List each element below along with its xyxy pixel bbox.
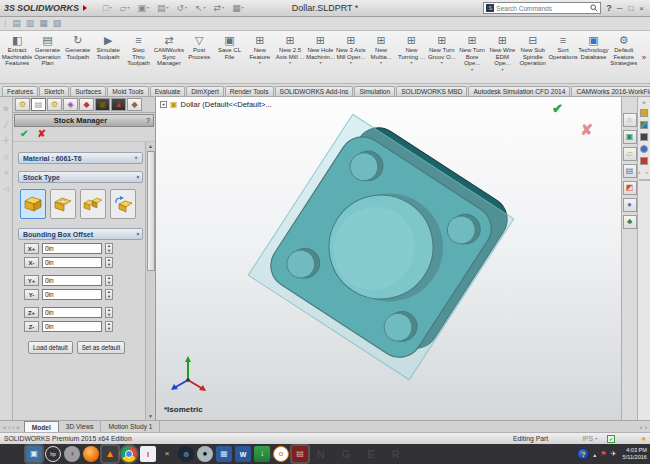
snap-icon[interactable]: ⊕ <box>3 105 9 112</box>
steam-icon[interactable]: ◎ <box>178 446 194 462</box>
custom-properties-icon[interactable]: ♣ <box>623 215 637 229</box>
rebuild-button[interactable]: ⇄▾ <box>214 4 225 13</box>
close-button[interactable]: × <box>639 4 646 13</box>
tab-surfaces[interactable]: Surfaces <box>70 86 106 96</box>
line-tool-icon[interactable]: ╱ <box>4 121 8 128</box>
pane-tree-item-icon[interactable] <box>640 133 648 141</box>
y-plus-input[interactable] <box>42 275 102 286</box>
graphics-viewport[interactable]: + ▣ Dollar (Default<<Default>... ✔ ✘ *Is… <box>156 97 621 420</box>
appearances-icon[interactable]: ● <box>623 198 637 212</box>
pane-right-icon[interactable]: › <box>645 424 647 430</box>
word-icon[interactable]: W <box>235 446 251 462</box>
tray-flag-icon[interactable]: ⚑ <box>600 450 606 458</box>
material-group[interactable]: Material : 6061-T6 » <box>18 152 143 164</box>
taskbar-clock[interactable]: 4:03 PM 5/11/2016 <box>623 447 647 461</box>
search-input[interactable] <box>496 5 588 12</box>
tab-solidworks-addins[interactable]: SOLIDWORKS Add-Ins <box>275 86 354 96</box>
chrome-icon[interactable] <box>121 446 137 462</box>
y-minus-stepper[interactable]: ▲▼ <box>105 289 113 300</box>
camworks-tools-tab[interactable]: ◆ <box>127 98 142 111</box>
new-feature-button[interactable]: ⊞New Feature▾ <box>245 32 275 83</box>
propertymanager-tab[interactable]: ▤ <box>31 98 46 111</box>
photo-viewer-icon[interactable]: ▣ <box>26 446 42 462</box>
mini-tool-1-icon[interactable]: ▤ <box>12 19 21 28</box>
ribbon-overflow-button[interactable]: » <box>639 32 649 83</box>
x-plus-button[interactable]: X+ <box>24 243 39 254</box>
dismiss-x-icon[interactable]: ✘ <box>580 121 593 139</box>
scroll-down-icon[interactable]: ▼ <box>148 412 153 420</box>
default-feature-strategies-button[interactable]: ⚙Default Feature Strategies <box>609 32 639 83</box>
dropdown-icon[interactable]: ▾ <box>319 61 321 65</box>
dropdown-icon[interactable]: ▾ <box>380 61 382 65</box>
extract-machinable-features-button[interactable]: ◧Extract Machinable Features <box>2 32 32 83</box>
tab-dimxpert[interactable]: DimXpert <box>186 86 223 96</box>
dimxpertmanager-tab[interactable]: ◈ <box>63 98 78 111</box>
generate-toolpath-button[interactable]: ↻Generate Toolpath <box>63 32 93 83</box>
z-plus-button[interactable]: Z+ <box>24 307 39 318</box>
help-center-icon[interactable]: ? <box>577 448 589 460</box>
tab-scroll-last-icon[interactable]: » <box>16 424 19 430</box>
x-plus-stepper[interactable]: ▲▼ <box>105 243 113 254</box>
y-plus-stepper[interactable]: ▲▼ <box>105 275 113 286</box>
new-3-axis-mill-button[interactable]: ⊞New 3 Axis Mill Oper...▾ <box>336 32 366 83</box>
bbox-header[interactable]: Bounding Box Offset » <box>18 228 143 240</box>
collapse-chevron-icon[interactable]: » <box>133 175 139 178</box>
pane-tree-item-icon[interactable] <box>640 157 648 165</box>
save-cl-file-button[interactable]: ▣Save CL File <box>214 32 244 83</box>
tab-evaluate[interactable]: Evaluate <box>150 86 186 96</box>
help-button[interactable]: ? <box>606 3 612 13</box>
pane-scroll-arrows[interactable]: ‹ › <box>638 169 650 175</box>
load-default-button[interactable]: Load default <box>28 341 73 354</box>
download-manager-icon[interactable]: ↓ <box>254 446 270 462</box>
collapse-chevron-icon[interactable]: » <box>133 232 139 235</box>
unit-system-dropdown[interactable]: IPS ▾ <box>582 435 597 442</box>
dropdown-icon[interactable]: ▾ <box>410 61 412 65</box>
new-hole-machining-button[interactable]: ⊞New Hole Machinin...▾ <box>305 32 335 83</box>
messenger-icon[interactable]: ● <box>197 446 213 462</box>
new-document-button[interactable]: □▾ <box>103 4 111 13</box>
new-wire-edm-button[interactable]: ⊞New Wire EDM Ope...▾ <box>487 32 517 83</box>
z-plus-stepper[interactable]: ▲▼ <box>105 307 113 318</box>
pane-pin-icon[interactable]: « <box>642 99 645 105</box>
part-3d-model[interactable] <box>156 97 621 420</box>
confirm-check-icon[interactable]: ✔ <box>552 101 563 116</box>
y-minus-input[interactable] <box>42 289 102 300</box>
x-plus-input[interactable] <box>42 243 102 254</box>
tab-autodesk-simulation[interactable]: Autodesk Simulation CFD 2014 <box>468 86 570 96</box>
restore-button[interactable]: □ <box>628 4 635 13</box>
firefox-icon[interactable] <box>83 446 99 462</box>
panel-scrollbar[interactable]: ▲ ▼ <box>145 142 155 420</box>
stock-type-header[interactable]: Stock Type » <box>18 171 143 183</box>
tab-motion-study[interactable]: Motion Study 1 <box>101 421 160 432</box>
tab-sketch[interactable]: Sketch <box>39 86 69 96</box>
new-sub-spindle-operation-button[interactable]: ⊟New Sub Spindle Operation <box>518 32 548 83</box>
dropdown-icon[interactable]: ▾ <box>350 61 352 65</box>
cancel-button[interactable]: ✘ <box>37 129 45 139</box>
new-25-axis-mill-button[interactable]: ⊞New 2.5 Axis Mill ...▾ <box>275 32 305 83</box>
new-multiaxis-button[interactable]: ⊞New Multia...▾ <box>366 32 396 83</box>
diamond-tool-icon[interactable]: ◇ <box>3 153 8 160</box>
stock-cylinder-button[interactable] <box>80 189 106 219</box>
home-icon[interactable]: ⌂ <box>623 113 637 127</box>
z-minus-stepper[interactable]: ▲▼ <box>105 321 113 332</box>
dropdown-icon[interactable]: ▾ <box>501 68 503 72</box>
set-as-default-button[interactable]: Set as default <box>77 341 126 354</box>
tab-model[interactable]: Model <box>24 421 59 432</box>
tab-scroll-next-icon[interactable]: › <box>12 424 14 430</box>
dropdown-icon[interactable]: ▾ <box>289 61 291 65</box>
tab-scroll-prev-icon[interactable]: ‹ <box>8 424 10 430</box>
media-app-icon[interactable]: ◑ <box>64 446 80 462</box>
open-button[interactable]: ▱▾ <box>119 4 129 13</box>
save-button[interactable]: ▣▾ <box>137 4 149 13</box>
displaymanager-tab[interactable]: ◆ <box>79 98 94 111</box>
blue-app-icon[interactable]: ▦ <box>216 446 232 462</box>
installer-icon[interactable]: I <box>140 446 156 462</box>
notification-icon[interactable]: ● <box>641 434 646 443</box>
print-button[interactable]: ▤▾ <box>157 4 169 13</box>
list-tool-icon[interactable]: ≡ <box>4 169 8 176</box>
panel-help-button[interactable]: ? <box>146 117 150 124</box>
select-button[interactable]: ↖▾ <box>195 4 206 13</box>
hidden-icons-arrow[interactable]: ▴ <box>593 451 596 458</box>
status-tag-icon[interactable]: ✔ <box>607 435 615 443</box>
tab-3d-views[interactable]: 3D Views <box>59 421 102 432</box>
